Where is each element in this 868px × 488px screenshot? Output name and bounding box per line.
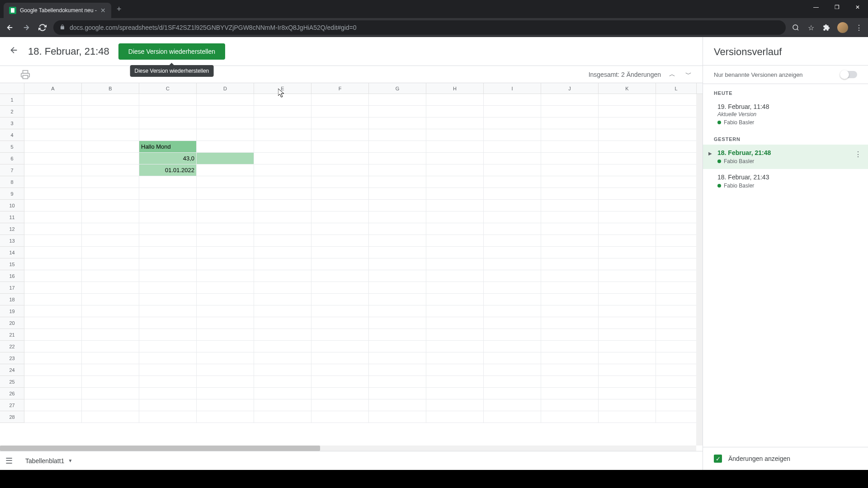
cell[interactable] (426, 94, 484, 106)
cell[interactable] (197, 399, 254, 411)
cell[interactable] (254, 164, 311, 176)
cell[interactable] (82, 223, 139, 235)
cell[interactable] (541, 94, 599, 106)
cell[interactable] (24, 294, 82, 305)
row-header[interactable]: 8 (0, 176, 24, 188)
cell[interactable] (426, 211, 484, 223)
cell[interactable] (656, 164, 697, 176)
cell[interactable] (82, 294, 139, 305)
cell[interactable] (599, 141, 656, 153)
cell[interactable] (484, 317, 541, 329)
cell[interactable] (656, 352, 697, 364)
column-header[interactable]: G (369, 83, 426, 94)
cell[interactable] (82, 341, 139, 352)
cell[interactable] (541, 305, 599, 317)
cell[interactable] (82, 106, 139, 117)
cell[interactable] (311, 188, 369, 200)
cell[interactable] (426, 352, 484, 364)
cell[interactable] (24, 364, 82, 376)
cell[interactable] (426, 305, 484, 317)
cell[interactable] (656, 188, 697, 200)
cell[interactable] (24, 223, 82, 235)
cell[interactable] (369, 141, 426, 153)
cell[interactable] (484, 94, 541, 106)
row-header[interactable]: 10 (0, 200, 24, 211)
cell[interactable] (197, 329, 254, 341)
cell[interactable] (139, 129, 197, 141)
row-header[interactable]: 15 (0, 258, 24, 270)
cell[interactable] (656, 270, 697, 282)
cell[interactable] (599, 294, 656, 305)
row-header[interactable]: 11 (0, 211, 24, 223)
cell[interactable] (82, 352, 139, 364)
cell[interactable] (24, 211, 82, 223)
cell[interactable] (311, 153, 369, 164)
next-change-button[interactable]: ﹀ (684, 69, 693, 80)
cell[interactable] (656, 94, 697, 106)
cell[interactable] (369, 388, 426, 399)
cell[interactable] (541, 129, 599, 141)
minimize-button[interactable]: — (806, 0, 826, 14)
cell[interactable] (139, 399, 197, 411)
forward-button[interactable] (21, 22, 32, 33)
cell[interactable] (541, 270, 599, 282)
cell[interactable] (484, 341, 541, 352)
cell[interactable] (656, 258, 697, 270)
cell[interactable] (369, 223, 426, 235)
cell[interactable] (484, 188, 541, 200)
cell[interactable] (197, 364, 254, 376)
cell[interactable] (426, 200, 484, 211)
cell[interactable] (369, 129, 426, 141)
column-header[interactable]: A (24, 83, 82, 94)
cell[interactable] (311, 235, 369, 247)
row-header[interactable]: 3 (0, 117, 24, 129)
cell[interactable] (541, 352, 599, 364)
show-changes-checkbox[interactable]: ✓ (714, 455, 722, 463)
cell[interactable] (599, 282, 656, 294)
cell[interactable] (369, 211, 426, 223)
cell[interactable] (197, 94, 254, 106)
cell[interactable] (82, 235, 139, 247)
cell[interactable] (197, 282, 254, 294)
cell[interactable] (426, 117, 484, 129)
cell[interactable] (139, 258, 197, 270)
reload-button[interactable] (37, 22, 48, 33)
cell[interactable]: 01.01.2022 (139, 164, 197, 176)
cell[interactable] (82, 247, 139, 258)
new-tab-button[interactable]: + (111, 5, 127, 14)
cell[interactable] (426, 247, 484, 258)
cell[interactable] (311, 376, 369, 388)
cell[interactable] (24, 247, 82, 258)
cell[interactable] (311, 106, 369, 117)
cell[interactable] (599, 94, 656, 106)
cell[interactable] (369, 294, 426, 305)
cell[interactable] (82, 364, 139, 376)
cell[interactable] (541, 223, 599, 235)
cell[interactable] (541, 399, 599, 411)
cell[interactable] (599, 188, 656, 200)
cell[interactable] (426, 341, 484, 352)
cell[interactable] (484, 176, 541, 188)
cell[interactable] (599, 258, 656, 270)
cell[interactable] (311, 329, 369, 341)
row-header[interactable]: 9 (0, 188, 24, 200)
cell[interactable] (426, 176, 484, 188)
cell[interactable] (484, 364, 541, 376)
cell[interactable] (82, 305, 139, 317)
cell[interactable] (24, 235, 82, 247)
cell[interactable] (369, 364, 426, 376)
cell[interactable] (426, 317, 484, 329)
cell[interactable] (24, 388, 82, 399)
row-header[interactable]: 26 (0, 388, 24, 399)
cell[interactable] (484, 247, 541, 258)
cell[interactable] (311, 164, 369, 176)
cell[interactable] (24, 411, 82, 423)
row-header[interactable]: 1 (0, 94, 24, 106)
cell[interactable] (82, 376, 139, 388)
cell[interactable] (656, 223, 697, 235)
maximize-button[interactable]: ❐ (826, 0, 847, 14)
cell[interactable] (656, 235, 697, 247)
cell[interactable]: 43,0 (139, 153, 197, 164)
cell[interactable] (197, 200, 254, 211)
cell[interactable] (311, 388, 369, 399)
